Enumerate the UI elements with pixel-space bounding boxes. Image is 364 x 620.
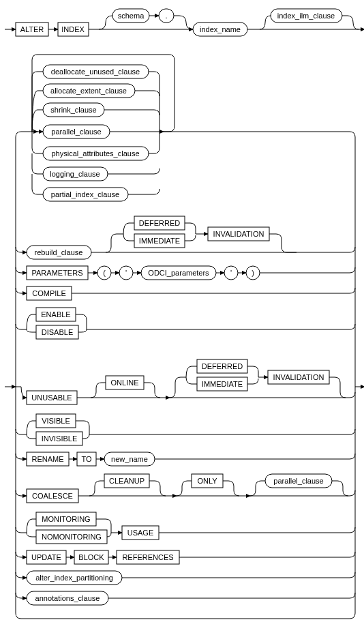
invalidation-kw: INVALIDATION bbox=[213, 230, 264, 238]
syntax-diagram: ALTER INDEX schema . index_name index_il… bbox=[3, 3, 364, 620]
index-name-cl: index_name bbox=[200, 25, 241, 33]
block-kw: BLOCK bbox=[78, 553, 104, 561]
update-kw: UPDATE bbox=[31, 553, 61, 561]
schema-cl: schema bbox=[118, 12, 145, 20]
rparen-kw: ) bbox=[252, 269, 254, 277]
immediate-kw: IMMEDIATE bbox=[139, 237, 180, 245]
deallocate-unused-clause-cl: deallocate_unused_clause bbox=[51, 68, 140, 76]
to-kw: TO bbox=[81, 455, 92, 463]
only-kw: ONLY bbox=[197, 477, 217, 485]
annotations-clause-cl: annotations_clause bbox=[35, 594, 100, 602]
partial-index-clause-cl: partial_index_clause bbox=[51, 190, 119, 198]
invalidation2-kw: INVALIDATION bbox=[273, 373, 324, 381]
enable-kw: ENABLE bbox=[41, 310, 70, 319]
deferred-kw: DEFERRED bbox=[139, 219, 181, 227]
deferred2-kw: DEFERRED bbox=[202, 362, 243, 370]
parallel-clause2-cl: parallel_clause bbox=[273, 477, 323, 485]
shrink-clause-cl: shrink_clause bbox=[50, 106, 96, 114]
disable-kw: DISABLE bbox=[42, 328, 73, 336]
parallel-clause-cl: parallel_clause bbox=[51, 128, 101, 136]
rebuild-clause-cl: rebuild_clause bbox=[35, 248, 83, 256]
rename-kw: RENAME bbox=[31, 455, 63, 463]
compile-kw: COMPILE bbox=[32, 289, 66, 297]
online-kw: ONLINE bbox=[111, 379, 139, 387]
cleanup-kw: CLEANUP bbox=[109, 477, 145, 485]
immediate2-kw: IMMEDIATE bbox=[202, 380, 243, 388]
new-name-cl: new_name bbox=[111, 455, 148, 463]
alter-index-partitioning-cl: alter_index_partitioning bbox=[35, 574, 113, 582]
index-kw: INDEX bbox=[61, 25, 85, 33]
alter-kw: ALTER bbox=[20, 25, 44, 33]
logging-clause-cl: logging_clause bbox=[50, 170, 100, 178]
allocate-extent-clause-cl: allocate_extent_clause bbox=[50, 87, 127, 95]
nomonitoring-kw: NOMONITORING bbox=[42, 533, 102, 541]
squote2-kw: ' bbox=[230, 269, 232, 277]
references-kw: REFERENCES bbox=[122, 553, 173, 561]
invisible-kw: INVISIBLE bbox=[42, 434, 78, 443]
lparen-kw: ( bbox=[103, 269, 106, 277]
dot-kw: . bbox=[165, 12, 167, 20]
usage-kw: USAGE bbox=[127, 529, 154, 537]
visible-kw: VISIBLE bbox=[42, 417, 70, 425]
unusable-kw: UNUSABLE bbox=[31, 394, 72, 402]
coalesce-kw: COALESCE bbox=[32, 492, 73, 500]
index-ilm-clause-cl: index_ilm_clause bbox=[277, 12, 335, 20]
squote-kw: ' bbox=[125, 269, 127, 277]
odci-parameters-cl: ODCI_parameters bbox=[148, 269, 209, 277]
parameters-kw: PARAMETERS bbox=[32, 269, 83, 277]
physical-attributes-clause-cl: physical_attributes_clause bbox=[51, 149, 139, 158]
monitoring-kw: MONITORING bbox=[42, 515, 90, 523]
